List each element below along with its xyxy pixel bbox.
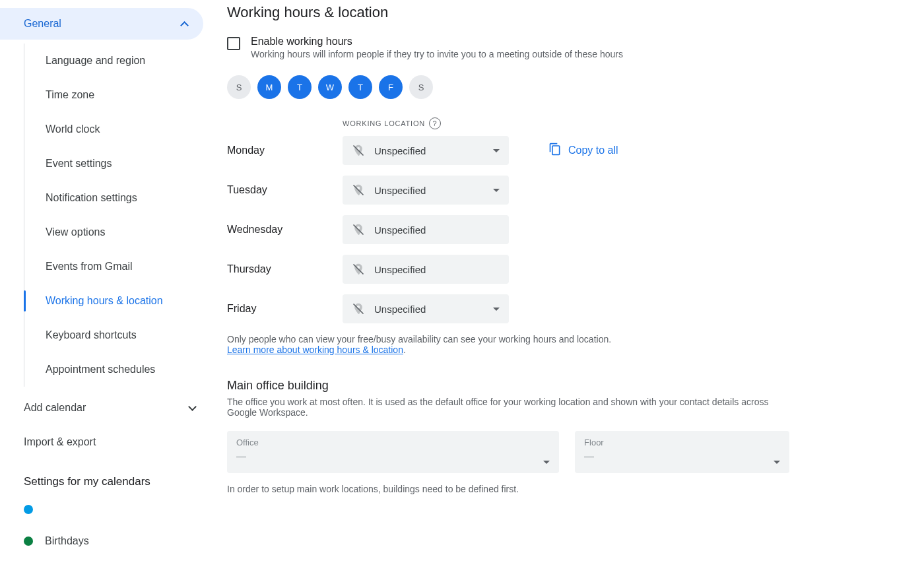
- main-office-heading: Main office building: [227, 379, 789, 393]
- office-row: Office — Floor —: [227, 431, 789, 473]
- day-pill-mon[interactable]: M: [257, 75, 281, 99]
- sidebar-item-language-region[interactable]: Language and region: [24, 44, 211, 78]
- working-hours-info: Only people who can view your free/busy …: [227, 334, 789, 355]
- sidebar-item-notification-settings[interactable]: Notification settings: [24, 181, 211, 215]
- sidebar-item-event-settings[interactable]: Event settings: [24, 146, 211, 181]
- sidebar-item-keyboard-shortcuts[interactable]: Keyboard shortcuts: [24, 318, 211, 352]
- enable-working-hours-row: Enable working hours Working hours will …: [227, 36, 789, 59]
- location-select-monday[interactable]: Unspecified: [343, 136, 509, 165]
- day-pill-sat[interactable]: S: [409, 75, 433, 99]
- enable-subtitle: Working hours will inform people if they…: [251, 49, 623, 59]
- chevron-down-icon: [188, 403, 197, 411]
- day-pill-sun[interactable]: S: [227, 75, 251, 99]
- general-subitems: Language and region Time zone World cloc…: [24, 44, 211, 387]
- sidebar-section-import-export[interactable]: Import & export: [0, 425, 211, 459]
- main-office-description: The office you work at most often. It is…: [227, 397, 789, 418]
- location-select-thursday[interactable]: Unspecified: [343, 255, 509, 284]
- chevron-down-icon: [543, 461, 550, 464]
- copy-to-all-button[interactable]: Copy to all: [548, 143, 618, 158]
- calendar-item-birthdays[interactable]: Birthdays: [0, 525, 211, 557]
- working-location-header: WORKING LOCATION ?: [343, 117, 789, 129]
- enable-title: Enable working hours: [251, 36, 623, 48]
- day-row-monday: Monday Unspecified Copy to all: [227, 136, 789, 165]
- copy-icon: [548, 143, 562, 158]
- sidebar-section-add-calendar[interactable]: Add calendar: [0, 391, 211, 425]
- setup-note: In order to setup main work locations, b…: [227, 484, 789, 494]
- day-row-thursday: Thursday Unspecified: [227, 255, 789, 284]
- sidebar-item-working-hours[interactable]: Working hours & location: [24, 284, 211, 318]
- day-pill-fri[interactable]: F: [379, 75, 403, 99]
- office-select[interactable]: Office —: [227, 431, 559, 473]
- sidebar-item-view-options[interactable]: View options: [24, 215, 211, 249]
- enable-working-hours-checkbox[interactable]: [227, 37, 240, 50]
- calendar-color-dot: [24, 537, 33, 546]
- sidebar-item-world-clock[interactable]: World clock: [24, 112, 211, 146]
- day-row-tuesday: Tuesday Unspecified: [227, 176, 789, 205]
- chevron-up-icon: [180, 21, 189, 30]
- learn-more-link[interactable]: Learn more about working hours & locatio…: [227, 344, 403, 355]
- sidebar-item-events-from-gmail[interactable]: Events from Gmail: [24, 249, 211, 284]
- sidebar-section-general[interactable]: General: [0, 8, 203, 40]
- help-icon[interactable]: ?: [429, 117, 441, 129]
- floor-select[interactable]: Floor —: [575, 431, 789, 473]
- location-off-icon: [352, 302, 365, 315]
- sidebar-item-appointment-schedules[interactable]: Appointment schedules: [24, 352, 211, 387]
- location-off-icon: [352, 223, 365, 236]
- calendar-color-dot: [24, 505, 33, 514]
- day-pill-wed[interactable]: W: [318, 75, 342, 99]
- location-off-icon: [352, 183, 365, 197]
- location-off-icon: [352, 144, 365, 157]
- location-off-icon: [352, 263, 365, 276]
- page-title: Working hours & location: [227, 4, 789, 21]
- day-pill-tue[interactable]: T: [288, 75, 312, 99]
- location-select-tuesday[interactable]: Unspecified: [343, 176, 509, 205]
- settings-sidebar: General Language and region Time zone Wo…: [0, 0, 211, 565]
- settings-main: Working hours & location Enable working …: [211, 0, 805, 565]
- calendar-item-primary[interactable]: [0, 494, 211, 525]
- sidebar-subheader-my-calendars: Settings for my calendars: [0, 459, 211, 494]
- chevron-down-icon: [774, 461, 780, 464]
- day-row-wednesday: Wednesday Unspecified: [227, 215, 789, 244]
- location-select-wednesday[interactable]: Unspecified: [343, 215, 509, 244]
- general-label: General: [24, 18, 61, 30]
- chevron-down-icon: [493, 308, 500, 311]
- day-row-friday: Friday Unspecified: [227, 294, 789, 323]
- weekday-pills: S M T W T F S: [227, 75, 789, 99]
- day-pill-thu[interactable]: T: [348, 75, 372, 99]
- sidebar-item-time-zone[interactable]: Time zone: [24, 78, 211, 112]
- location-select-friday[interactable]: Unspecified: [343, 294, 509, 323]
- chevron-down-icon: [493, 149, 500, 152]
- chevron-down-icon: [493, 189, 500, 192]
